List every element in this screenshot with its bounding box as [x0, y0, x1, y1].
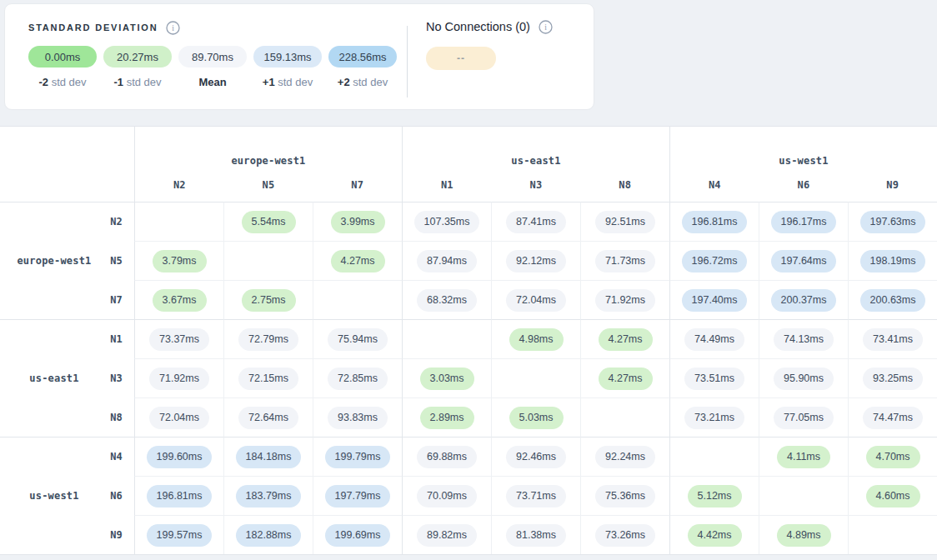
latency-value-pill: 4.27ms — [599, 368, 653, 390]
column-node-label: N2 — [135, 179, 224, 191]
latency-value-pill: 4.11ms — [777, 446, 830, 468]
row-label-cell: N9 — [0, 515, 134, 554]
info-circle-icon[interactable]: i — [539, 20, 553, 34]
stddev-stop: 159.13ms+1 std dev — [253, 46, 322, 88]
latency-cell: 73.26ms — [580, 515, 669, 554]
column-group-header: us-west1N4N6N9 — [669, 127, 937, 202]
latency-cell: 75.36ms — [580, 476, 669, 515]
latency-value-pill: 72.79ms — [238, 328, 298, 351]
latency-cell: 197.79ms — [313, 476, 402, 515]
stddev-stop-pill: 228.56ms — [328, 46, 397, 68]
column-node-label: N1 — [403, 179, 492, 191]
latency-cell: 4.98ms — [491, 319, 580, 358]
row-label-cell: N8 — [0, 398, 134, 437]
stddev-stop-label: +2 std dev — [338, 76, 388, 88]
latency-cell: 182.88ms — [223, 515, 313, 554]
latency-value-pill: 75.36ms — [595, 485, 655, 508]
latency-value-pill: 73.51ms — [684, 368, 744, 390]
row-node-label: N6 — [110, 490, 123, 502]
column-group-nodes: N1N3N8 — [403, 179, 669, 191]
latency-cell: 107.35ms — [402, 202, 491, 241]
latency-cell: 74.49ms — [669, 319, 759, 358]
latency-cell: 73.37ms — [134, 319, 223, 358]
latency-cell: 92.12ms — [491, 241, 580, 280]
latency-cell: 73.21ms — [669, 398, 759, 437]
latency-cell: 4.42ms — [669, 515, 759, 554]
row-node-label: N2 — [110, 216, 123, 228]
column-node-label: N4 — [670, 179, 759, 191]
latency-cell: 196.81ms — [134, 476, 223, 515]
latency-cell: 77.05ms — [759, 398, 848, 437]
latency-cell — [313, 280, 402, 319]
column-group-nodes: N2N5N7 — [135, 179, 402, 191]
row-label-cell: europe-west1N5 — [0, 241, 134, 280]
latency-cell: 197.40ms — [669, 280, 759, 319]
latency-matrix: europe-west1N2N5N7us-east1N1N3N8us-west1… — [0, 126, 937, 555]
latency-value-pill: 3.99ms — [331, 211, 385, 233]
latency-value-pill: 197.63ms — [860, 211, 926, 233]
row-group-name: us-west1 — [0, 490, 108, 502]
latency-value-pill: 73.21ms — [684, 407, 744, 429]
latency-cell: 196.81ms — [669, 202, 759, 241]
row-label-cell: N7 — [0, 280, 134, 319]
latency-cell: 72.85ms — [313, 358, 402, 398]
latency-cell: 72.79ms — [223, 319, 313, 358]
latency-value-pill: 74.49ms — [684, 328, 744, 351]
latency-value-pill: 196.81ms — [682, 211, 748, 233]
latency-value-pill: 71.73ms — [595, 250, 655, 272]
column-group-name: us-east1 — [403, 155, 669, 167]
latency-value-pill: 73.37ms — [149, 328, 209, 351]
stddev-stop: 228.56ms+2 std dev — [328, 46, 397, 88]
latency-matrix-grid: europe-west1N2N5N7us-east1N1N3N8us-west1… — [0, 127, 937, 554]
latency-cell: 81.38ms — [491, 515, 580, 554]
row-label-cell: N4 — [0, 437, 134, 476]
latency-cell: 3.79ms — [134, 241, 223, 280]
info-circle-icon[interactable]: i — [166, 21, 180, 35]
stddev-stop: 20.27ms-1 std dev — [103, 46, 172, 88]
latency-value-pill: 3.03ms — [420, 368, 474, 390]
latency-value-pill: 4.27ms — [331, 250, 385, 272]
column-group-name: us-west1 — [670, 155, 937, 167]
latency-value-pill: 196.81ms — [147, 485, 213, 508]
row-node-label: N4 — [110, 451, 123, 462]
latency-cell: 71.92ms — [134, 358, 223, 398]
latency-cell: 71.92ms — [580, 280, 669, 319]
latency-value-pill: 183.79ms — [236, 485, 302, 508]
latency-cell: 68.32ms — [402, 280, 491, 319]
latency-cell: 4.27ms — [580, 358, 669, 398]
latency-value-pill: 4.42ms — [688, 524, 742, 547]
latency-value-pill: 74.47ms — [863, 407, 923, 429]
latency-cell: 73.51ms — [669, 358, 759, 398]
latency-cell: 70.09ms — [402, 476, 491, 515]
stddev-stop: 0.00ms-2 std dev — [28, 46, 97, 88]
latency-value-pill: 182.88ms — [236, 524, 302, 547]
latency-cell: 74.47ms — [848, 398, 937, 437]
latency-cell: 3.03ms — [402, 358, 491, 398]
latency-cell: 93.25ms — [848, 358, 937, 398]
latency-value-pill: 199.79ms — [325, 446, 391, 468]
latency-cell — [491, 358, 580, 398]
stddev-stop-pill: 0.00ms — [28, 46, 97, 68]
latency-cell: 3.67ms — [134, 280, 223, 319]
latency-cell: 73.71ms — [491, 476, 580, 515]
stddev-stop-pill: 159.13ms — [253, 46, 322, 68]
latency-value-pill: 92.51ms — [595, 211, 655, 233]
column-group-header: us-east1N1N3N8 — [402, 127, 669, 202]
stddev-stop-label: +1 std dev — [263, 76, 313, 88]
latency-cell: 73.41ms — [848, 319, 937, 358]
svg-text:i: i — [544, 23, 547, 32]
row-group-name: us-east1 — [0, 372, 108, 384]
latency-cell: 2.89ms — [402, 398, 491, 437]
column-group-header: europe-west1N2N5N7 — [134, 127, 402, 202]
column-group-nodes: N4N6N9 — [670, 179, 937, 191]
latency-cell: 200.63ms — [848, 280, 937, 319]
column-node-label: N6 — [759, 179, 849, 191]
row-label-cell: us-east1N3 — [0, 358, 134, 398]
latency-cell: 72.64ms — [223, 398, 313, 437]
no-connections-legend: No Connections (0) i -- — [426, 19, 553, 70]
latency-value-pill: 5.03ms — [509, 407, 564, 429]
latency-value-pill: 2.89ms — [420, 407, 474, 429]
latency-cell — [223, 241, 313, 280]
no-connections-pill: -- — [426, 47, 496, 70]
latency-cell: 183.79ms — [223, 476, 313, 515]
